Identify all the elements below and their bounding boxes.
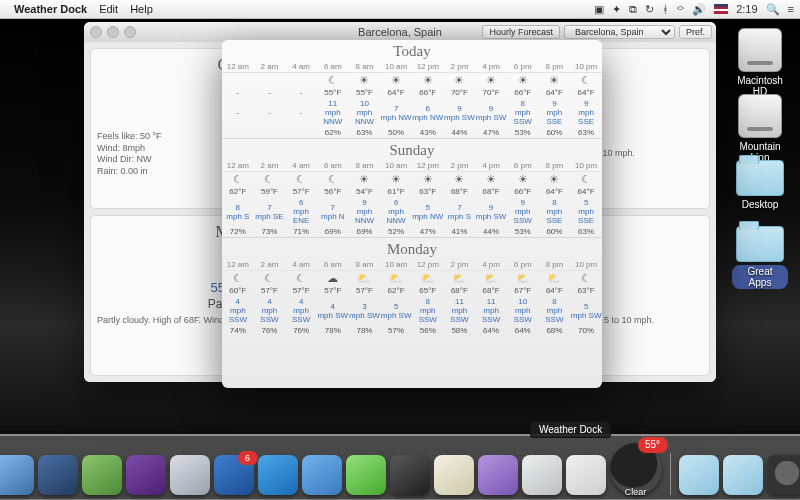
hourly-cell: 53%	[507, 226, 539, 237]
hourly-cell: 9mph SSE	[570, 98, 602, 127]
hour-header: 4 am	[285, 160, 317, 172]
dock-facetime[interactable]	[346, 455, 386, 495]
hourly-cell: 44%	[444, 127, 476, 138]
hourly-cell: 57%	[380, 325, 412, 336]
hour-header: 6 pm	[507, 61, 539, 73]
input-flag-icon[interactable]	[714, 4, 728, 14]
hour-header: 8 pm	[539, 61, 571, 73]
hourly-cell: 68°F	[475, 285, 507, 296]
hour-header: 8 pm	[539, 259, 571, 271]
hourly-cell: 4mph SSW	[285, 296, 317, 325]
dock-weather-dock[interactable]: 55°Clear	[610, 443, 662, 495]
dock-app-store[interactable]: 6	[214, 455, 254, 495]
hourly-cell: 71%	[285, 226, 317, 237]
dock-launchpad[interactable]	[38, 455, 78, 495]
clock[interactable]: 2:19	[736, 3, 757, 15]
desktop-desktop[interactable]: Desktop	[732, 160, 788, 210]
hourly-cell: 5mph NW	[412, 197, 444, 226]
timemachine-icon[interactable]: ↻	[645, 3, 654, 16]
hd-icon	[738, 94, 782, 138]
hourly-cell: 58%	[444, 325, 476, 336]
hourly-cell: -	[254, 98, 286, 127]
hourly-cell: 5mph SW	[570, 296, 602, 325]
desktop-macintosh-hd[interactable]: Macintosh HD	[732, 28, 788, 97]
volume-icon[interactable]: 🔊	[692, 3, 706, 16]
hourly-cell: 64°F	[539, 87, 571, 98]
hourly-cell: ☀	[539, 73, 571, 88]
hour-header: 4 pm	[475, 259, 507, 271]
dock-trash[interactable]	[767, 455, 801, 495]
hourly-cell: ☾	[570, 172, 602, 187]
desktop-great-apps[interactable]: Great Apps	[732, 226, 788, 289]
pref-button[interactable]: Pref.	[679, 25, 712, 39]
hourly-cell: 52%	[380, 226, 412, 237]
hour-header: 2 pm	[444, 160, 476, 172]
hourly-day-header: Today	[222, 40, 602, 61]
airplay-icon[interactable]: ▣	[594, 3, 604, 16]
dock-documents[interactable]	[723, 455, 763, 495]
dock-system-preferences[interactable]	[566, 455, 606, 495]
hour-header: 10 pm	[570, 61, 602, 73]
hourly-cell: 78%	[317, 325, 349, 336]
wifi-icon[interactable]: ⌔	[677, 3, 684, 15]
hourly-forecast-button[interactable]: Hourly Forecast	[482, 25, 560, 39]
hourly-cell: 8mph SSE	[539, 197, 571, 226]
hourly-cell: 74%	[222, 325, 254, 336]
hour-header: 6 pm	[507, 160, 539, 172]
dock-photo-booth[interactable]	[390, 455, 430, 495]
menu-edit[interactable]: Edit	[99, 3, 118, 15]
evernote-menu-icon[interactable]: ✦	[612, 3, 621, 16]
hourly-cell: ☾	[317, 172, 349, 187]
hourly-cell: ⛅	[444, 271, 476, 286]
hour-header: 10 am	[380, 259, 412, 271]
hourly-cell	[254, 127, 286, 138]
hourly-cell: 7mph NW	[380, 98, 412, 127]
dock-iphoto[interactable]	[478, 455, 518, 495]
app-menu[interactable]: Weather Dock	[14, 3, 87, 15]
bluetooth-icon[interactable]: ᚼ	[662, 3, 669, 15]
hourly-cell: 56%	[412, 325, 444, 336]
traffic-lights[interactable]	[90, 26, 136, 38]
hourly-cell: -	[285, 98, 317, 127]
hour-header: 8 am	[349, 259, 381, 271]
dock-finder[interactable]	[0, 455, 34, 495]
dock-preview[interactable]	[522, 455, 562, 495]
hourly-cell: 53%	[507, 127, 539, 138]
dock-itunes[interactable]	[258, 455, 298, 495]
hourly-cell: 57°F	[317, 285, 349, 296]
hourly-cell: 7mph S	[444, 197, 476, 226]
hourly-cell: 50%	[380, 127, 412, 138]
hourly-cell: -	[222, 87, 254, 98]
hourly-cell: 64°F	[570, 87, 602, 98]
hourly-cell: 69%	[349, 226, 381, 237]
dock: 655°Clear	[0, 434, 800, 500]
hourly-cell: ⛅	[349, 271, 381, 286]
hour-header: 4 am	[285, 259, 317, 271]
hourly-cell: 11mph SSW	[475, 296, 507, 325]
dock-safari[interactable]	[170, 455, 210, 495]
dock-messages[interactable]	[302, 455, 342, 495]
hourly-cell: 47%	[412, 226, 444, 237]
hourly-cell: 9mph SW	[475, 197, 507, 226]
dock-mission-control[interactable]	[82, 455, 122, 495]
dock-evernote[interactable]	[126, 455, 166, 495]
dock-downloads[interactable]	[679, 455, 719, 495]
hourly-cell: 78%	[349, 325, 381, 336]
hourly-cell: 5mph SW	[380, 296, 412, 325]
menubar: Weather Dock Edit Help ▣ ✦ ⧉ ↻ ᚼ ⌔ 🔊 2:1…	[0, 0, 800, 19]
spotlight-icon[interactable]: 🔍	[766, 3, 780, 16]
hourly-cell: 64°F	[380, 87, 412, 98]
notification-icon[interactable]: ≡	[788, 3, 794, 15]
hourly-cell: ☀	[412, 73, 444, 88]
desktop-mountain-lion[interactable]: Mountain Lion	[732, 94, 788, 163]
hourly-cell: ⛅	[507, 271, 539, 286]
hourly-cell: 64°F	[539, 285, 571, 296]
dock-ical[interactable]	[434, 455, 474, 495]
hour-header: 2 am	[254, 160, 286, 172]
hourly-cell: 4mph SW	[317, 296, 349, 325]
hourly-cell	[222, 127, 254, 138]
hourly-cell: 76%	[285, 325, 317, 336]
menu-help[interactable]: Help	[130, 3, 153, 15]
dropbox-menu-icon[interactable]: ⧉	[629, 3, 637, 16]
city-select[interactable]: Barcelona, Spain	[564, 25, 675, 39]
